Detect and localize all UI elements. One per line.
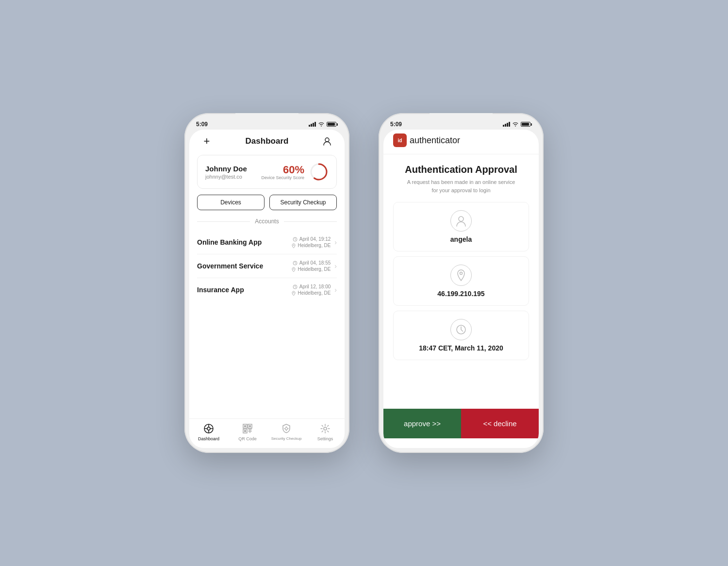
dashboard-title: Dashboard xyxy=(246,136,289,146)
auth-subtitle: A request has been made in an online ser… xyxy=(393,178,529,194)
svg-point-6 xyxy=(293,268,294,269)
user-card: Johnny Doe johnny@test.co 60% Device Sec… xyxy=(197,155,337,189)
svg-point-0 xyxy=(325,138,329,142)
account-meta-government: April 04, 18:55 Heidelberg, DE xyxy=(291,260,331,272)
status-icons-1 xyxy=(309,122,338,127)
chevron-icon-insurance: › xyxy=(334,286,337,294)
battery-icon xyxy=(327,122,338,127)
account-meta-banking: April 04, 19:12 Heidelberg, DE xyxy=(291,236,331,248)
qrcode-nav-icon xyxy=(242,423,253,434)
auth-logo: id xyxy=(393,133,407,147)
status-bar-1: 5:09 xyxy=(184,115,349,130)
accounts-list: Online Banking App April 04, 19:12 xyxy=(189,231,345,418)
decline-button[interactable]: << decline xyxy=(461,409,539,438)
account-item-insurance[interactable]: Insurance App April 12, 18:00 xyxy=(197,278,337,301)
auth-title: Authentication Approval xyxy=(393,164,529,175)
dashboard-header: + Dashboard xyxy=(189,130,345,155)
devices-button[interactable]: Devices xyxy=(197,195,265,210)
battery-icon-2 xyxy=(521,122,532,127)
account-item-banking[interactable]: Online Banking App April 04, 19:12 xyxy=(197,231,337,254)
account-location-insurance: Heidelberg, DE xyxy=(298,290,331,296)
status-icons-2 xyxy=(503,122,532,127)
svg-rect-18 xyxy=(244,425,246,427)
approve-button[interactable]: approve >> xyxy=(383,409,461,438)
auth-actions: approve >> << decline xyxy=(383,409,539,438)
auth-user-label: angela xyxy=(450,235,472,243)
score-label: Device Security Score xyxy=(261,175,304,180)
account-meta-insurance: April 12, 18:00 Heidelberg, DE xyxy=(291,284,331,296)
status-time-1: 5:09 xyxy=(196,121,208,128)
svg-point-29 xyxy=(324,427,327,430)
auth-app-header: id authenticator xyxy=(383,130,539,154)
auth-location-icon xyxy=(450,265,472,286)
signal-icon-2 xyxy=(503,122,510,127)
auth-app-name: authenticator xyxy=(410,135,460,146)
svg-point-10 xyxy=(207,427,210,430)
svg-point-24 xyxy=(285,428,288,430)
status-bar-2: 5:09 xyxy=(379,115,544,130)
auth-ip-card: 46.199.210.195 xyxy=(393,256,529,306)
signal-icon xyxy=(309,122,316,127)
circle-progress xyxy=(309,162,329,182)
account-location-banking: Heidelberg, DE xyxy=(298,243,331,248)
svg-point-8 xyxy=(293,292,294,293)
wifi-icon-2 xyxy=(512,122,519,127)
nav-item-qrcode[interactable]: QR Code xyxy=(228,423,267,441)
score-number: 60% xyxy=(283,164,304,176)
auth-datetime-label: 18:47 CET, March 11, 2020 xyxy=(419,344,503,352)
auth-time-card: 18:47 CET, March 11, 2020 xyxy=(393,311,529,360)
chevron-icon-government: › xyxy=(334,262,337,270)
security-nav-icon xyxy=(281,423,292,434)
bottom-nav: Dashboard xyxy=(189,418,345,448)
account-date-government: April 04, 18:55 xyxy=(299,260,331,266)
user-email: johnny@test.co xyxy=(205,174,247,180)
account-date-banking: April 04, 19:12 xyxy=(299,236,331,242)
chevron-icon-banking: › xyxy=(334,238,337,246)
nav-label-security: Security Checkup xyxy=(271,436,302,441)
authenticator-content: id authenticator Authentication Approval… xyxy=(383,130,539,448)
account-location-government: Heidelberg, DE xyxy=(298,266,331,272)
auth-user-card: angela xyxy=(393,202,529,251)
nav-item-security[interactable]: Security Checkup xyxy=(267,423,306,441)
user-info: Johnny Doe johnny@test.co xyxy=(205,165,247,180)
svg-rect-20 xyxy=(244,430,246,432)
status-time-2: 5:09 xyxy=(390,121,402,128)
nav-label-dashboard: Dashboard xyxy=(198,436,219,441)
account-name-insurance: Insurance App xyxy=(197,286,244,294)
action-buttons: Devices Security Checkup xyxy=(197,195,337,210)
score-text: 60% Device Security Score xyxy=(261,164,304,180)
security-checkup-button[interactable]: Security Checkup xyxy=(269,195,337,210)
accounts-label: Accounts xyxy=(255,218,279,225)
auth-user-icon xyxy=(450,210,472,232)
svg-point-30 xyxy=(459,216,463,221)
add-button[interactable]: + xyxy=(199,133,215,149)
security-score: 60% Device Security Score xyxy=(261,162,329,182)
phones-container: 5:09 xyxy=(184,113,544,453)
account-name-banking: Online Banking App xyxy=(197,238,262,246)
account-date-insurance: April 12, 18:00 xyxy=(299,284,331,289)
nav-label-qrcode: QR Code xyxy=(238,436,257,441)
svg-point-4 xyxy=(293,245,294,246)
dashboard-content: + Dashboard Johnny Doe johnny@test.co xyxy=(189,130,345,448)
phone-dashboard: 5:09 xyxy=(184,113,349,453)
auth-time-icon xyxy=(450,319,472,340)
user-name: Johnny Doe xyxy=(205,165,247,173)
svg-point-31 xyxy=(460,272,463,275)
wifi-icon xyxy=(318,122,325,127)
nav-item-dashboard[interactable]: Dashboard xyxy=(189,423,228,441)
profile-button[interactable] xyxy=(319,133,335,149)
svg-rect-19 xyxy=(249,425,251,427)
account-item-government[interactable]: Government Service April 04, 18:55 xyxy=(197,254,337,278)
settings-nav-icon xyxy=(319,423,331,434)
nav-item-settings[interactable]: Settings xyxy=(306,423,345,441)
account-name-government: Government Service xyxy=(197,262,263,270)
auth-body: Authentication Approval A request has be… xyxy=(383,154,539,448)
nav-label-settings: Settings xyxy=(317,436,333,441)
accounts-divider: Accounts xyxy=(197,218,337,225)
phone-authenticator: 5:09 xyxy=(379,113,544,453)
dashboard-nav-icon xyxy=(203,423,215,434)
auth-ip-label: 46.199.210.195 xyxy=(437,290,484,298)
